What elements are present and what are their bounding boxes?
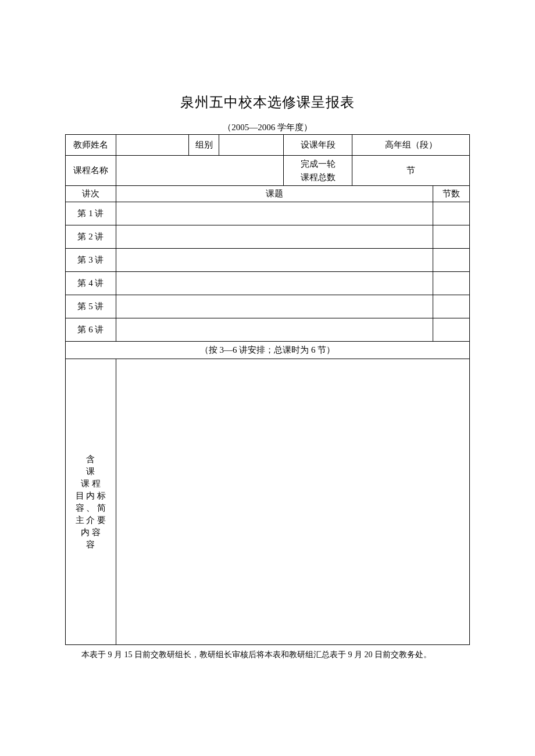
label-topic: 课题 bbox=[116, 186, 433, 202]
value-teacher-name bbox=[116, 135, 188, 156]
lecture-sections bbox=[433, 272, 470, 295]
lecture-topic bbox=[116, 318, 433, 342]
lecture-sections bbox=[433, 225, 470, 249]
lecture-topic bbox=[116, 249, 433, 272]
label-group: 组别 bbox=[188, 135, 219, 156]
value-section-unit: 节 bbox=[352, 156, 470, 186]
label-grade-section: 设课年段 bbox=[284, 135, 352, 156]
lecture-label: 第 6 讲 bbox=[66, 318, 116, 342]
value-grade-section: 高年组（段） bbox=[352, 135, 470, 156]
label-lecture-no: 讲次 bbox=[66, 186, 116, 202]
lecture-sections bbox=[433, 249, 470, 272]
lecture-topic bbox=[116, 272, 433, 295]
lecture-label: 第 2 讲 bbox=[66, 225, 116, 249]
label-teacher-name: 教师姓名 bbox=[66, 135, 116, 156]
content-body-cell bbox=[116, 359, 469, 645]
lecture-topic bbox=[116, 202, 433, 225]
lecture-topic bbox=[116, 225, 433, 249]
document-page: 泉州五中校本选修课呈报表 （2005—2006 学年度） 教师姓名 组别 设课年… bbox=[0, 0, 535, 660]
page-title: 泉州五中校本选修课呈报表 bbox=[65, 93, 470, 112]
arrangement-note: （按 3—6 讲安排；总课时为 6 节） bbox=[66, 342, 470, 359]
table-row: 第 4 讲 bbox=[66, 272, 470, 295]
table-row: （按 3—6 讲安排；总课时为 6 节） bbox=[66, 342, 470, 359]
lecture-label: 第 4 讲 bbox=[66, 272, 116, 295]
table-row: 第 1 讲 bbox=[66, 202, 470, 225]
lecture-label: 第 1 讲 bbox=[66, 202, 116, 225]
table-row: 第 5 讲 bbox=[66, 295, 470, 318]
label-sections: 节数 bbox=[433, 186, 470, 202]
lecture-sections bbox=[433, 318, 470, 342]
footnote: 本表于 9 月 15 日前交教研组长，教研组长审核后将本表和教研组汇总表于 9 … bbox=[65, 650, 470, 660]
lecture-sections bbox=[433, 295, 470, 318]
label-course-name: 课程名称 bbox=[66, 156, 116, 186]
table-row: 第 3 讲 bbox=[66, 249, 470, 272]
content-header-cell: 含 课 课 程 目 内 标 容 、 简 主 介 要 内 容 容 bbox=[66, 359, 116, 645]
lecture-sections bbox=[433, 202, 470, 225]
table-row: 课程名称 完成一轮 课程总数 节 bbox=[66, 156, 470, 186]
lecture-label: 第 3 讲 bbox=[66, 249, 116, 272]
subtitle: （2005—2006 学年度） bbox=[65, 122, 470, 133]
form-table: 教师姓名 组别 设课年段 高年组（段） 课程名称 完成一轮 课程总数 节 讲次 … bbox=[65, 134, 470, 645]
table-row: 第 6 讲 bbox=[66, 318, 470, 342]
table-row: 含 课 课 程 目 内 标 容 、 简 主 介 要 内 容 容 bbox=[66, 359, 470, 645]
table-row: 第 2 讲 bbox=[66, 225, 470, 249]
label-round-total: 完成一轮 课程总数 bbox=[284, 156, 352, 186]
content-header-text: 含 课 课 程 目 内 标 容 、 简 主 介 要 内 容 容 bbox=[66, 453, 116, 551]
table-row: 讲次 课题 节数 bbox=[66, 186, 470, 202]
lecture-topic bbox=[116, 295, 433, 318]
table-row: 教师姓名 组别 设课年段 高年组（段） bbox=[66, 135, 470, 156]
value-course-name bbox=[116, 156, 283, 186]
lecture-label: 第 5 讲 bbox=[66, 295, 116, 318]
value-group bbox=[219, 135, 284, 156]
